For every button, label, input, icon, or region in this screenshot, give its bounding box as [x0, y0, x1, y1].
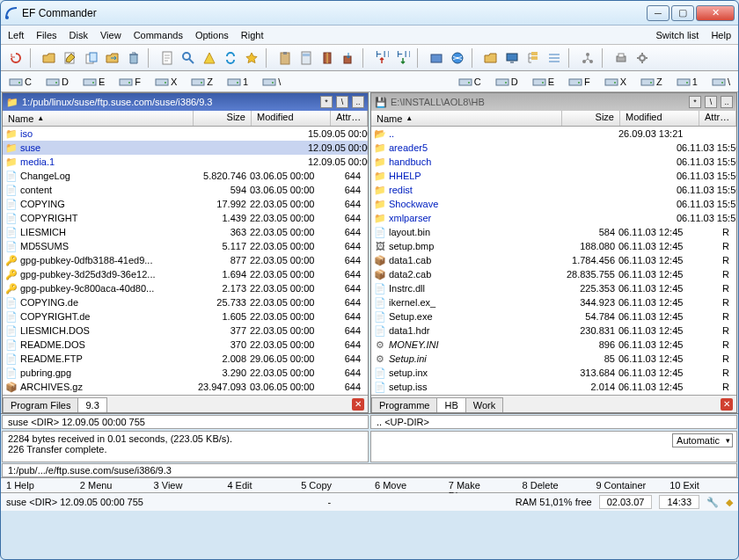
file-row[interactable]: 📁media.112.09.05 00:00755	[3, 155, 368, 169]
file-row[interactable]: 📄CHIPKLSR.TXT10.78506.11.03 12:45R	[371, 394, 736, 395]
sync-icon[interactable]	[221, 48, 240, 68]
history-button[interactable]: *	[320, 96, 333, 108]
col-size[interactable]: Size	[562, 111, 620, 126]
file-row[interactable]: 📄setup.iss2.01406.11.03 12:45R	[371, 380, 736, 394]
fkey-2[interactable]: 2 Menu	[75, 478, 149, 492]
refresh-icon[interactable]	[6, 48, 26, 68]
file-row[interactable]: 📁suse12.09.05 00:00755	[3, 141, 368, 155]
ftp-upload-icon[interactable]: FTP	[372, 48, 391, 68]
drive-\[interactable]: \	[258, 75, 285, 89]
file-row[interactable]: 📄ChangeLog5.820.74603.06.05 00:00644	[3, 169, 368, 183]
up-button[interactable]: ..	[352, 96, 364, 108]
col-attrib[interactable]: Attrib...	[699, 111, 736, 126]
disk-icon[interactable]	[427, 48, 446, 68]
file-row[interactable]: 🖼setup.bmp188.08006.11.03 12:45R	[371, 239, 736, 253]
tab-hb[interactable]: HB	[436, 397, 465, 412]
fkey-1[interactable]: 1 Help	[1, 478, 75, 492]
page-icon[interactable]	[157, 48, 177, 68]
drive-1[interactable]: 1	[223, 75, 252, 89]
shield-icon[interactable]: ◆	[726, 497, 733, 508]
fkey-4[interactable]: 4 Edit	[222, 478, 296, 492]
menu-commands[interactable]: Commands	[134, 30, 183, 40]
tab-93[interactable]: 9.3	[77, 397, 106, 412]
menu-right[interactable]: Right	[241, 30, 264, 40]
menu-left[interactable]: Left	[8, 30, 24, 40]
newfolder-icon[interactable]	[481, 48, 501, 68]
file-row[interactable]: 📄README.DOS37022.03.05 00:00644	[3, 338, 368, 352]
close-tab-icon[interactable]: ✕	[352, 398, 364, 411]
menu-view[interactable]: View	[100, 30, 121, 40]
drive-D[interactable]: D	[491, 75, 523, 89]
print-icon[interactable]	[611, 48, 631, 68]
fkey-10[interactable]: 10 Exit	[664, 478, 738, 492]
col-name[interactable]: Name ▲	[3, 111, 194, 126]
menu-help[interactable]: Help	[711, 30, 731, 40]
monitor-icon[interactable]	[502, 48, 522, 68]
drive-D[interactable]: D	[41, 75, 73, 89]
drive-E[interactable]: E	[528, 75, 559, 89]
file-row[interactable]: ⚙MONEY.INI89606.11.03 12:45R	[371, 338, 736, 352]
file-row[interactable]: 📁redist06.11.03 15:56	[371, 183, 736, 197]
edit-icon[interactable]	[61, 48, 80, 68]
file-row[interactable]: 📄content59403.06.05 00:00644	[3, 183, 368, 197]
file-row[interactable]: 📄MD5SUMS5.11722.03.05 00:00644	[3, 239, 368, 253]
close-tab-icon[interactable]: ✕	[721, 398, 733, 411]
drive-F[interactable]: F	[114, 75, 145, 89]
list-icon[interactable]	[545, 48, 564, 68]
file-row[interactable]: 📄LIESMICH.DOS37722.03.05 00:00644	[3, 324, 368, 338]
search-icon[interactable]	[179, 48, 198, 68]
tree-icon[interactable]	[523, 48, 543, 68]
file-row[interactable]: 📦ARCHIVES.gz23.947.09303.06.05 00:00644	[3, 380, 368, 394]
file-row[interactable]: 📁Shockwave06.11.03 15:57	[371, 197, 736, 211]
left-filelist[interactable]: 📁iso15.09.05 00:00755📁suse12.09.05 00:00…	[3, 127, 368, 395]
tab-programme[interactable]: Programme	[371, 397, 437, 412]
file-row[interactable]: 📄Setup.exe54.78406.11.03 12:45R	[371, 309, 736, 324]
file-row[interactable]: 📄ikernel.ex_344.92306.11.03 12:45R	[371, 295, 736, 309]
file-row[interactable]: 📁areader506.11.03 15:56	[371, 141, 736, 155]
root-button[interactable]: \	[705, 96, 717, 108]
drive-X[interactable]: X	[600, 75, 631, 89]
file-row[interactable]: 🔑gpg-pubkey-9c800aca-40d80...2.17322.03.…	[3, 281, 368, 295]
col-attrib[interactable]: Attrib...	[331, 111, 368, 126]
up-button[interactable]: ..	[721, 96, 733, 108]
file-row[interactable]: 📄LIESMICH36322.03.05 00:00644	[3, 225, 368, 239]
file-row[interactable]: 📁xmlparser06.11.03 15:57	[371, 211, 736, 225]
file-row[interactable]: 📂..26.09.03 13:21	[371, 127, 736, 141]
col-size[interactable]: Size	[194, 111, 252, 126]
copy-icon[interactable]	[82, 48, 101, 68]
minimize-button[interactable]: ─	[647, 5, 669, 21]
drive-1[interactable]: 1	[672, 75, 702, 89]
file-row[interactable]: 📄README.FTP2.00829.06.05 00:00644	[3, 352, 368, 366]
file-row[interactable]: 📦INDEX.gz111.78903.06.05 00:00644	[3, 394, 368, 395]
root-button[interactable]: \	[336, 96, 348, 108]
file-row[interactable]: 🔑gpg-pubkey-3d25d3d9-36e12...1.69422.03.…	[3, 267, 368, 281]
drive-C[interactable]: C	[4, 75, 36, 89]
extract-icon[interactable]	[339, 48, 358, 68]
close-button[interactable]: ✕	[696, 5, 735, 21]
drive-E[interactable]: E	[78, 75, 109, 89]
fkey-3[interactable]: 3 View	[149, 478, 223, 492]
col-modified[interactable]: Modified	[620, 111, 699, 126]
file-row[interactable]: 📁HHELP06.11.03 15:56	[371, 169, 736, 183]
file-row[interactable]: 📁iso15.09.05 00:00755	[3, 127, 368, 141]
file-row[interactable]: 📦data1.cab1.784.45606.11.03 12:45R	[371, 253, 736, 267]
drive-\[interactable]: \	[707, 75, 735, 89]
menu-disk[interactable]: Disk	[70, 30, 88, 40]
file-row[interactable]: 📄COPYING.de25.73322.03.05 00:00644	[3, 295, 368, 309]
maximize-button[interactable]: ▢	[671, 5, 694, 21]
file-row[interactable]: 📄COPYRIGHT.de1.60522.03.05 00:00644	[3, 309, 368, 324]
network-icon[interactable]	[578, 48, 597, 68]
settings-icon[interactable]	[633, 48, 652, 68]
warning-icon[interactable]	[200, 48, 219, 68]
file-row[interactable]: 📄Instrc.dll225.35306.11.03 12:45R	[371, 281, 736, 295]
file-row[interactable]: 🔑gpg-pubkey-0dfb3188-41ed9...87722.03.05…	[3, 253, 368, 267]
right-filelist[interactable]: 📂..26.09.03 13:21📁areader506.11.03 15:56…	[371, 127, 736, 395]
clipboard-icon[interactable]	[275, 48, 295, 68]
fkey-6[interactable]: 6 Move	[370, 478, 443, 492]
delete-icon[interactable]	[124, 48, 143, 68]
fkey-7[interactable]: 7 Make Direc...	[443, 478, 517, 492]
file-row[interactable]: ⚙Setup.ini8506.11.03 12:45R	[371, 352, 736, 366]
fkey-8[interactable]: 8 Delete	[517, 478, 591, 492]
file-row[interactable]: 📄data1.hdr230.83106.11.03 12:45R	[371, 324, 736, 338]
ftp-download-icon[interactable]: FTP	[393, 48, 413, 68]
